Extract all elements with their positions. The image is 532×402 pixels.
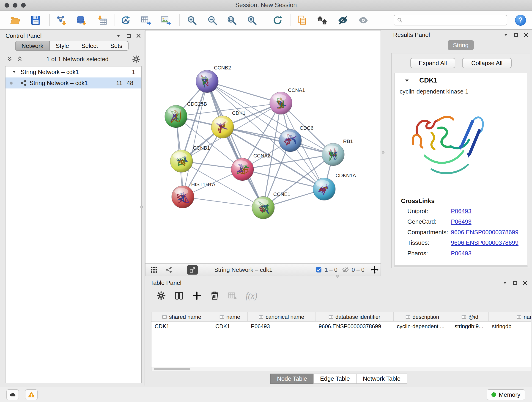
tab-sets[interactable]: Sets [104,41,128,51]
scrollbar-thumb[interactable] [154,368,190,370]
crosslink-value-link[interactable]: P06493 [451,250,472,257]
panel-maximize-icon[interactable] [513,281,517,285]
column-header-database-identifier[interactable]: database identifier [316,313,394,321]
section-collapse-icon[interactable] [405,78,409,83]
network-node-cdk1[interactable]: CDK1 [211,110,245,138]
column-header--id[interactable]: @id [451,313,489,321]
results-scrollbar[interactable] [394,265,528,267]
expand-all-icon[interactable] [17,56,23,62]
network-view[interactable]: CCNB2CCNA1CDC25BCDK1CDC6RB1CCNB1CCNA2CDK… [145,30,381,276]
tab-network[interactable]: Network [16,41,50,51]
crosslink-value-link[interactable]: P06493 [451,218,472,225]
tab-node-table[interactable]: Node Table [270,374,314,384]
edge-CDK1-RB1[interactable] [222,127,333,154]
tab-select[interactable]: Select [75,41,104,51]
hidden-eye-icon[interactable] [342,266,349,273]
delete-column-trash-icon[interactable] [210,291,220,300]
zoom-in-button[interactable] [185,14,198,27]
panel-maximize-icon[interactable] [514,33,518,37]
network-node-cdkn1a[interactable]: CDKN1A [313,172,356,200]
table-settings-gear-icon[interactable] [156,291,166,300]
table-horizontal-scrollbar[interactable] [152,367,531,371]
grid-view-icon[interactable] [150,266,158,274]
pan-icon[interactable] [370,266,379,274]
panel-float-icon[interactable] [503,32,509,38]
network-node-ccnb2[interactable]: CCNB2 [196,65,231,93]
panel-float-icon[interactable] [116,33,121,38]
search-input[interactable] [405,17,504,24]
tab-network-table[interactable]: Network Table [356,374,407,384]
zoom-selected-button[interactable] [245,14,258,27]
table-row[interactable]: CDK1CDK1P064939606.ENSP00000378699cyclin… [152,322,531,331]
open-in-window-button[interactable] [187,265,198,274]
close-window-button[interactable] [5,3,9,7]
edge-CCNB2-CCNE1[interactable] [207,81,263,208]
zoom-window-button[interactable] [21,3,26,7]
open-session-button[interactable] [9,14,22,27]
panel-float-icon[interactable] [502,280,508,286]
collapse-all-button[interactable]: Collapse All [462,58,512,68]
import-network-database-button[interactable] [75,14,88,27]
floppy-disk-icon [30,15,41,26]
export-network-button[interactable] [119,14,132,27]
tab-edge-table[interactable]: Edge Table [313,374,356,384]
panel-resize-handle[interactable] [382,151,385,154]
import-table-button[interactable] [95,14,108,27]
expand-all-button[interactable]: Expand All [410,58,455,68]
network-row-selected[interactable]: String Network – cdk1 11 48 [6,77,141,89]
gene-description: cyclin-dependent kinase 1 [399,88,469,95]
help-button[interactable]: ? [515,15,526,26]
home-button[interactable] [316,14,329,27]
network-node-hist1h1a[interactable]: HIST1H1A [172,182,215,208]
edge-CCNB2-HIST1H1A[interactable] [183,81,207,197]
edge-HIST1H1A-CCNE1[interactable] [183,197,263,208]
export-table-button[interactable] [139,14,152,27]
column-header-description[interactable]: description [394,313,451,321]
cloud-status-button[interactable] [6,389,19,400]
column-header-name[interactable]: name [212,313,248,321]
zoom-fit-button[interactable] [225,14,238,27]
selected-checkbox-icon[interactable] [316,267,322,273]
hide-selected-button[interactable] [336,14,349,27]
warnings-button[interactable] [25,389,38,400]
crosslink-value-link[interactable]: 9606.ENSP00000378699 [451,229,519,236]
edge-CCNB2-CCNA1[interactable] [207,81,281,103]
edge-CCNA2-CDKN1A[interactable] [242,169,324,189]
network-canvas[interactable]: CCNB2CCNA1CDC25BCDK1CDC6RB1CCNB1CCNA2CDK… [146,31,380,263]
column-header-canonical-name[interactable]: canonical name [248,313,316,321]
tree-expand-icon[interactable] [12,70,16,74]
panel-close-icon[interactable] [524,32,528,37]
tab-style[interactable]: Style [50,41,75,51]
save-session-button[interactable] [29,14,42,27]
column-header-shared-name[interactable]: shared name [152,313,212,321]
add-column-icon[interactable] [192,291,202,300]
zoom-out-button[interactable] [206,14,219,27]
share-network-icon[interactable] [165,266,172,274]
tab-string[interactable]: String [448,40,474,50]
apply-layout-button[interactable] [271,14,284,27]
crosslink-value-link[interactable]: P06493 [451,208,472,215]
memory-button[interactable]: Memory [487,389,525,400]
export-image-button[interactable] [159,14,172,27]
collapse-all-icon[interactable] [6,56,13,62]
table-cell: CDK1 [152,323,212,330]
panel-close-icon[interactable] [136,33,141,38]
show-all-button[interactable] [357,14,370,27]
import-network-file-button[interactable] [55,14,67,27]
gear-icon[interactable] [132,55,140,63]
network-node-ccna1[interactable]: CCNA1 [270,87,305,114]
network-node-rb1[interactable]: RB1 [322,138,353,166]
panel-maximize-icon[interactable] [127,34,131,38]
minimize-window-button[interactable] [13,3,17,7]
column-header-namespace[interactable]: namespace [489,313,531,321]
network-collection-row[interactable]: String Network – cdk1 1 [6,66,141,77]
toolbar-search[interactable] [394,15,507,26]
panel-resize-handle[interactable] [336,275,339,278]
panel-close-icon[interactable] [523,281,527,285]
documents-button[interactable] [296,14,308,27]
select-columns-icon[interactable] [174,291,184,300]
table-header-row: shared namenamecanonical namedatabase id… [152,313,531,322]
toolbar-separator [114,14,115,26]
crosslink-value-link[interactable]: 9606.ENSP00000378699 [451,239,519,246]
panel-resize-handle[interactable] [140,206,143,208]
